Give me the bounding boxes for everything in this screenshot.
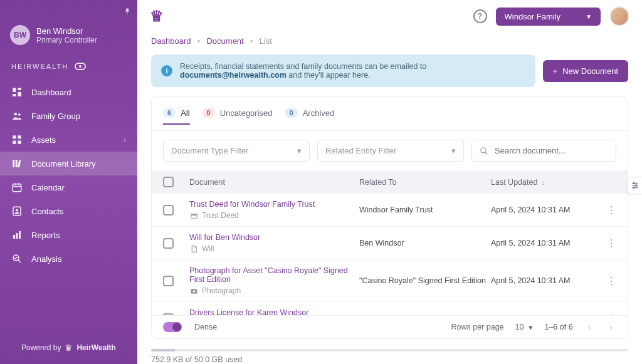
avatar: BW [10,25,30,45]
caret-down-icon: ▾ [297,146,302,155]
row-menu-button[interactable]: ⋮ [597,237,616,249]
search-box[interactable] [471,140,616,162]
row-menu-button[interactable]: ⋮ [597,275,616,287]
select-all-checkbox[interactable] [163,177,174,187]
sidebar-item-calendar[interactable]: Calendar [0,175,137,199]
calendar-icon [11,182,23,193]
table-row: Trust Deed for Windsor Family Trust Trus… [152,194,628,227]
doc-title[interactable]: Trust Deed for Windsor Family Trust [189,200,359,209]
svg-rect-0 [13,88,16,92]
row-menu-button[interactable]: ⋮ [597,204,616,216]
dense-label: Dense [194,323,217,331]
row-checkbox[interactable] [163,238,174,249]
svg-point-29 [192,290,194,292]
svg-line-25 [485,152,488,154]
svg-rect-1 [18,88,21,90]
related-to: Windsor Family Trust [359,205,491,214]
breadcrumb: Dashboard ● Document ● List [137,30,642,55]
nav: DashboardFamily GroupAssets›Document Lib… [0,80,137,271]
svg-rect-20 [16,233,18,239]
tab-count: 6 [163,108,176,118]
table-header: Document Related To Last Updated ↓ [152,170,628,194]
last-updated: April 5, 2024 10:31 AM [491,239,597,247]
rows-per-page-label: Rows per page [451,323,503,331]
svg-rect-6 [13,135,16,138]
tab-uncategorised[interactable]: 0Uncategorised [203,105,273,124]
grid-icon [11,134,23,145]
family-label: Windsor Family [505,12,561,21]
caret-down-icon: ▾ [529,323,533,332]
breadcrumb-dashboard[interactable]: Dashboard [151,36,191,46]
caret-down-icon: ▼ [586,13,592,20]
user-name: Ben Windsor [36,26,97,36]
svg-point-38 [635,185,636,186]
svg-line-23 [18,260,21,263]
caret-down-icon: ▾ [451,146,456,155]
search-input[interactable] [495,146,608,155]
eye-icon[interactable] [75,63,86,70]
user-avatar[interactable] [609,6,629,26]
help-icon[interactable]: ? [473,9,487,23]
powered-name: HeirWealth [76,343,115,352]
next-page-button[interactable]: › [606,322,616,332]
svg-rect-12 [18,160,21,168]
tab-archived[interactable]: 0Archived [285,105,335,124]
doc-type: Will [202,244,214,253]
sidebar-item-label: Family Group [31,112,80,121]
sidebar-item-label: Analysis [31,254,61,264]
doc-type: Trust Deed [202,211,239,220]
sidebar-item-reports[interactable]: Reports [0,223,137,247]
table-footer: Dense Rows per page 10 ▾ 1–6 of 6 ‹ › [152,315,628,338]
doc-title[interactable]: Drivers License for Karen Windsor [189,308,359,315]
pin-icon[interactable] [124,8,131,15]
settings-panel-toggle[interactable] [627,177,642,194]
storage-bar: 752.9 KB of 50.0 GB used [137,345,642,364]
sidebar-item-document-library[interactable]: Document Library [0,152,137,175]
table: Document Related To Last Updated ↓ Trust… [152,170,628,315]
col-updated[interactable]: Last Updated ↓ [491,178,597,187]
family-dropdown[interactable]: Windsor Family ▼ [496,8,601,26]
search-icon [480,147,488,155]
related-entity-filter[interactable]: Related Entity Filter ▾ [317,140,464,162]
svg-rect-13 [13,184,21,192]
row-checkbox[interactable] [163,205,174,216]
doc-type: Photograph [202,286,241,295]
reports-icon [11,229,23,241]
pager-range: 1–6 of 6 [544,323,572,331]
sidebar-item-contacts[interactable]: Contacts [0,199,137,223]
new-document-button[interactable]: + New Document [543,60,628,82]
table-row: Will for Ben Windsor Will Ben Windsor Ap… [152,227,628,260]
col-document[interactable]: Document [189,178,359,187]
breadcrumb-list: List [260,36,272,46]
svg-point-5 [18,113,21,116]
sidebar-item-analysis[interactable]: Analysis [0,247,137,271]
dashboard-icon [11,86,23,98]
filters: Document Type Filter ▾ Related Entity Fi… [152,131,628,170]
tab-all[interactable]: 6All [163,105,190,124]
tab-label: Archived [303,108,335,118]
svg-point-40 [633,187,634,188]
svg-rect-9 [18,141,21,144]
brand-row: HEIRWEALTH [0,58,137,80]
prev-page-button[interactable]: ‹ [584,322,595,332]
col-related[interactable]: Related To [359,178,491,187]
dense-toggle[interactable] [163,322,182,332]
user-block[interactable]: BW Ben Windsor Primary Controller [0,0,137,58]
tab-label: Uncategorised [220,108,273,118]
table-row: Drivers License for Karen Windsor Driver… [152,302,628,315]
sidebar-item-assets[interactable]: Assets› [0,128,137,152]
content-card: 6All0Uncategorised0Archived Document Typ… [151,96,628,339]
sidebar-item-dashboard[interactable]: Dashboard [0,80,137,104]
logo-icon[interactable]: ♛ [150,8,164,25]
doc-type-filter[interactable]: Document Type Filter ▾ [163,140,310,162]
sidebar-item-family-group[interactable]: Family Group [0,104,137,128]
chevron-right-icon: › [124,136,126,143]
row-checkbox[interactable] [163,276,174,286]
svg-point-18 [16,209,18,212]
rows-per-page-select[interactable]: 10 ▾ [515,323,534,332]
svg-point-24 [481,147,486,152]
deed-icon [189,211,198,220]
breadcrumb-document[interactable]: Document [206,36,243,46]
doc-title[interactable]: Photograph for Asset "Casino Royale" Sig… [189,266,359,284]
doc-title[interactable]: Will for Ben Windsor [189,233,359,242]
